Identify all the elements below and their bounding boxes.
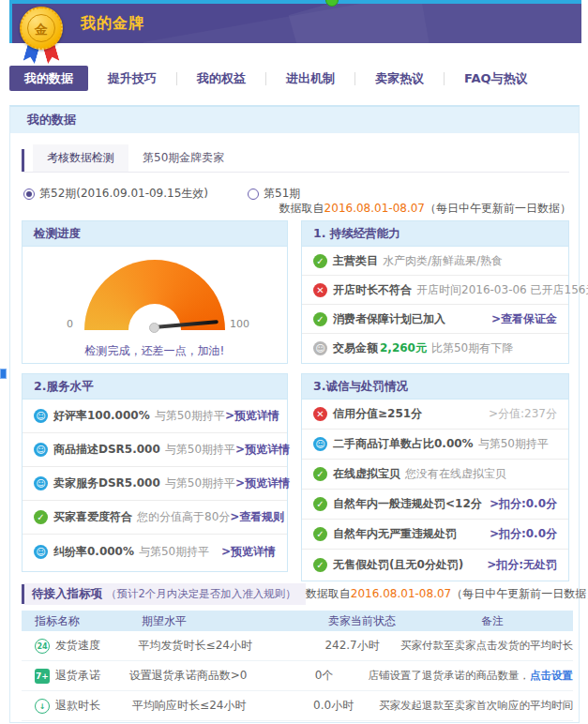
tab-seller-discussion[interactable]: 卖家热议 <box>355 72 445 85</box>
smile-icon: ☺ <box>313 437 327 451</box>
view-deposit-link[interactable]: >查看保证金 <box>491 311 557 327</box>
metric-label: 消费者保障计划已加入 <box>333 311 445 327</box>
remark-text: 店铺设置了退货承诺的商品数量， <box>369 669 531 682</box>
banner: 我的金牌 <box>9 4 581 43</box>
page-title: 我的金牌 <box>81 4 144 43</box>
preview-detail-link[interactable]: >预览详情 <box>225 408 279 424</box>
check-icon: ✓ <box>313 527 327 541</box>
smile-icon: ☺ <box>34 409 48 423</box>
gauge-min-label: 0 <box>67 318 73 330</box>
check-icon: ✓ <box>313 312 327 326</box>
metric-label: 买家喜爱度符合 <box>53 509 132 525</box>
metric-label: 交易金额 <box>333 340 378 356</box>
table-row: ↓ 退款时长 平均响应时长≤24小时 0.0小时 买家发起退款至卖家首次响应的平… <box>22 691 573 721</box>
metric-value: 2,260元 <box>380 340 427 356</box>
metric-desc: 比第50期有下降 <box>431 340 513 356</box>
deduction-link[interactable]: >扣分:无处罚 <box>487 557 557 573</box>
tab-my-benefits[interactable]: 我的权益 <box>177 72 266 85</box>
refund-duration-icon: ↓ <box>35 699 50 714</box>
col-remark: 备注 <box>412 614 573 628</box>
deduction-link[interactable]: >扣分:0.0分 <box>490 496 557 512</box>
row-consumer-protection: ✓ 消费者保障计划已加入 >查看保证金 <box>302 305 568 334</box>
radio-period52[interactable] <box>23 189 35 200</box>
metric-name: 发货速度 <box>55 638 100 654</box>
check-icon: ✓ <box>34 510 48 524</box>
preview-detail-link[interactable]: >预览详情 <box>235 475 290 491</box>
side-handle[interactable] <box>0 369 7 379</box>
metric-label: 无售假处罚(且无0分处罚) <box>333 557 463 573</box>
pending-title-box: 待接入指标项 （预计2个月内决定是否加入准入规则） <box>24 583 306 605</box>
col-metric-name: 指标名称 <box>22 613 142 629</box>
subtab-period50-seller[interactable]: 第50期金牌卖家 <box>128 144 238 172</box>
pending-subtitle: （预计2个月内决定是否加入准入规则） <box>106 587 296 601</box>
data-source-suffix: （每日中午更新前一日数据） <box>451 587 588 600</box>
table-header: 指标名称 期望水平 卖家当前状态 备注 <box>22 611 573 631</box>
table-row: 24 发货速度 平均发货时长≤24小时 242.7小时 买家付款至卖家点击发货的… <box>22 631 573 661</box>
metric-desc: 水产肉类/新鲜蔬果/熟食 <box>383 253 503 269</box>
sub-tabs: 考核数据检测 第50期金牌卖家 <box>22 144 569 173</box>
gauge-hub <box>149 323 159 333</box>
row-item-desc-dsr: ☺ 商品描述DSR5.000 与第50期持平 >预览详情 <box>23 433 287 467</box>
metric-label: 自然年内一般违规处罚<12分 <box>333 496 482 512</box>
gauge-max-label: 100 <box>230 318 249 330</box>
metric-desc: 与第50期持平 <box>139 544 209 560</box>
metric-label: 自然年内无严重违规处罚 <box>333 526 457 542</box>
check-icon: ✓ <box>313 467 327 481</box>
radio-period51-label: 第51期 <box>264 186 300 202</box>
radio-period51[interactable] <box>248 189 259 200</box>
view-rules-link[interactable]: >查看规则 <box>230 509 284 525</box>
row-positive-rate: ☺ 好评率100.000% 与第50期持平 >预览详情 <box>23 400 287 433</box>
panel1-title: 1. 持续经营能力 <box>302 221 568 247</box>
accent-bar <box>22 149 24 172</box>
panel-integrity-penalty: 3.诚信与处罚情况 ✕ 信用分值≥251分 >分值:237分 ☺ 二手商品订单数… <box>301 373 569 581</box>
row-counterfeit-penalty: ✓ 无售假处罚(且无0分处罚) >扣分:无处罚 <box>302 550 568 580</box>
metric-desc: 与第50期持平 <box>165 442 235 458</box>
remark: 买家发起退款至卖家首次响应的平均时间 <box>379 699 573 713</box>
remark: 店铺设置了退货承诺的商品数量，点击设置 <box>369 669 574 683</box>
pending-title: 待接入指标项 <box>32 586 102 602</box>
metric-label: 商品描述DSR5.000 <box>53 442 160 458</box>
cross-icon: ✕ <box>313 407 327 421</box>
preview-detail-link[interactable]: >预览详情 <box>221 544 276 560</box>
period-selector: 第52期(2016.09.01-09.15生效) 第51期 <box>23 186 300 202</box>
tab-improve-skills[interactable]: 提升技巧 <box>88 72 177 85</box>
row-shop-age: ✕ 开店时长不符合 开店时间2016-03-06 已开店156天 <box>302 276 568 305</box>
remark-text: 买家发起退款至卖家首次响应的平均时间 <box>379 699 573 712</box>
metric-desc: 与第50期持平 <box>155 408 225 424</box>
panel3-title: 3.诚信与处罚情况 <box>302 374 568 400</box>
smile-icon: ☺ <box>34 443 48 457</box>
click-setup-link[interactable]: 点击设置 <box>530 669 573 682</box>
row-general-violation: ✓ 自然年内一般违规处罚<12分 >扣分:0.0分 <box>302 490 568 520</box>
tab-faq[interactable]: FAQ与热议 <box>445 72 548 85</box>
metric-label: 在线虚拟宝贝 <box>333 466 400 482</box>
metric-desc: 您的分值高于80分 <box>137 509 230 525</box>
metric-label: 开店时长不符合 <box>333 282 412 298</box>
gauge-arc <box>84 260 225 330</box>
row-dispute-rate: ☺ 纠纷率0.000% 与第50期持平 >预览详情 <box>23 535 287 568</box>
metric-label: 信用分值≥251分 <box>333 406 422 422</box>
data-source-prefix: 数据取自 <box>306 587 351 600</box>
neutral-icon: ☺ <box>313 341 327 355</box>
data-source-note: 数据取自2016.08.01-08.07（每日中午更新前一日数据） <box>279 201 571 217</box>
tab-entry-exit[interactable]: 进出机制 <box>266 72 355 85</box>
nav-tabs: 我的数据 提升技巧 我的权益 进出机制 卖家热议 FAQ与热议 <box>9 66 581 91</box>
expected-level: 平均发货时长≤24小时 <box>139 638 305 654</box>
smile-icon: ☺ <box>34 545 48 559</box>
data-source-date: 2016.08.01-08.07 <box>351 587 451 600</box>
gold-medal-icon: 金 <box>19 7 68 65</box>
progress-panel-title: 检测进度 <box>23 221 287 247</box>
metric-desc: 与第50期持平 <box>165 475 235 491</box>
tab-my-data[interactable]: 我的数据 <box>9 66 88 91</box>
data-source-date: 2016.08.01-08.07 <box>324 202 425 215</box>
current-status: 242.7小时 <box>304 638 400 654</box>
return-promise-icon: 7+ <box>35 669 50 684</box>
metric-desc: 与第50期持平 <box>478 436 549 452</box>
metric-desc: 您没有在线虚拟宝贝 <box>405 466 506 482</box>
medal-circle: 金 <box>20 7 63 50</box>
remark-text: 买家付款至卖家点击发货的平均时长 <box>400 639 573 652</box>
subtab-assessment-check[interactable]: 考核数据检测 <box>33 144 128 172</box>
progress-panel: 检测进度 0 100 检测完成，还差一点，加油! <box>22 220 288 364</box>
preview-detail-link[interactable]: >预览详情 <box>235 442 290 458</box>
deduction-link[interactable]: >扣分:0.0分 <box>490 526 557 542</box>
row-transaction-amount: ☺ 交易金额 2,260元 比第50期有下降 <box>302 334 568 363</box>
